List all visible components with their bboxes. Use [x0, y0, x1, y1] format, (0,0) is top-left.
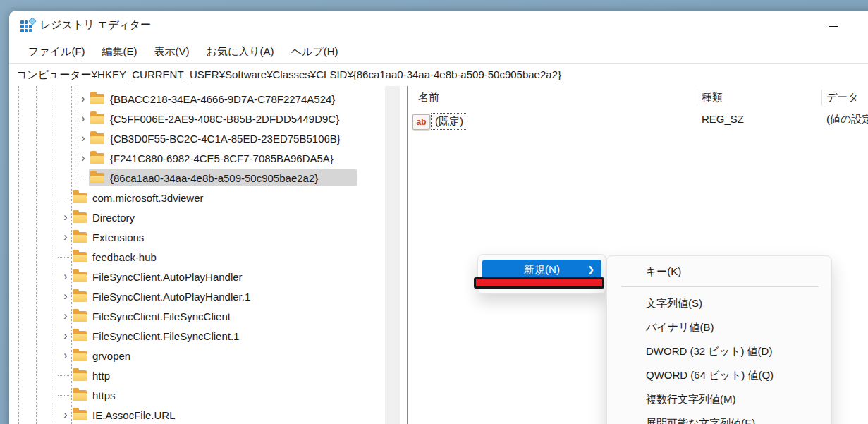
tree-item-label: Extensions	[92, 231, 144, 243]
folder-icon	[73, 351, 87, 361]
tree-item-body: grvopen	[71, 347, 135, 364]
tree-item-body: FileSyncClient.AutoPlayHandler.1	[71, 288, 255, 305]
tree-item-label: {86ca1aa0-34aa-4e8b-a509-50c905bae2a2}	[110, 172, 318, 184]
diamond-accent-icon	[28, 17, 36, 25]
tree-item-label: http	[92, 370, 110, 382]
folder-icon	[73, 193, 87, 203]
tree-item[interactable]: {86ca1aa0-34aa-4e8b-a509-50c905bae2a2}	[9, 168, 385, 188]
chevron-right-icon[interactable]: ›	[60, 346, 71, 365]
chevron-right-icon[interactable]: ›	[60, 405, 71, 424]
column-header-name[interactable]: 名前	[418, 86, 439, 109]
submenu-item-2[interactable]: バイナリ値(B)	[607, 315, 831, 339]
submenu-item-4[interactable]: QWORD (64 ビット) 値(Q)	[607, 363, 831, 387]
folder-icon	[73, 390, 87, 401]
chevron-right-icon[interactable]: ›	[60, 306, 71, 326]
menu-bar: ファイル(F)編集(E)表示(V)お気に入り(A)ヘルプ(H)	[9, 40, 868, 64]
chevron-right-icon[interactable]: ›	[78, 128, 89, 148]
tree-item[interactable]: ›Extensions	[9, 227, 385, 247]
address-bar[interactable]: コンピューター¥HKEY_CURRENT_USER¥Software¥Class…	[9, 64, 868, 87]
menu-item-4[interactable]: ヘルプ(H)	[283, 42, 347, 61]
chevron-right-icon[interactable]: ›	[78, 109, 89, 128]
chevron-right-icon[interactable]: ›	[60, 267, 71, 286]
value-row-default[interactable]: ab (既定) REG_SZ (値の設定なし)	[409, 111, 868, 133]
desktop: { "window": { "title": "レジストリ エディター", "c…	[0, 0, 868, 424]
menu-item-1[interactable]: 編集(E)	[94, 42, 146, 61]
context-menu-item-label: 新規(N)	[524, 263, 560, 277]
tree-item-body: feedback-hub	[71, 248, 161, 265]
submenu-item-6[interactable]: 展開可能な文字列値(E)	[607, 411, 831, 424]
tree-item-body: {F241C880-6982-4CE5-8CF7-7085BA96DA5A}	[89, 150, 338, 166]
chevron-right-icon[interactable]: ›	[78, 148, 89, 168]
value-data: (値の設定なし)	[826, 113, 868, 126]
tree-vertical-scrollbar[interactable]	[385, 86, 400, 424]
tree-item[interactable]: ›FileSyncClient.FileSyncClient.1	[9, 326, 385, 346]
chevron-right-icon[interactable]: ›	[60, 207, 71, 227]
folder-icon	[73, 331, 87, 341]
minimize-button[interactable]	[824, 18, 843, 35]
tree-item-label: Directory	[92, 212, 135, 224]
tree-item[interactable]: ›grvopen	[9, 346, 385, 365]
tree-item-label: https	[92, 389, 116, 401]
chevron-right-icon[interactable]: ›	[60, 286, 71, 306]
chevron-right-icon[interactable]: ›	[60, 227, 71, 247]
context-menu-item-new[interactable]: 新規(N) ❯	[482, 260, 601, 279]
submenu-item-5[interactable]: 複数行文字列値(M)	[607, 387, 831, 411]
tree-item[interactable]: feedback-hub	[9, 247, 385, 267]
menu-item-2[interactable]: 表示(V)	[146, 42, 198, 61]
menu-item-3[interactable]: お気に入り(A)	[198, 42, 283, 61]
tree-item-body: FileSyncClient.AutoPlayHandler	[71, 268, 247, 285]
menu-separator	[621, 286, 819, 287]
submenu-item-3[interactable]: DWORD (32 ビット) 値(D)	[607, 339, 831, 363]
submenu-item-1[interactable]: 文字列値(S)	[607, 291, 831, 315]
chevron-right-icon[interactable]: ›	[60, 326, 71, 346]
new-submenu: キー(K)文字列値(S)バイナリ値(B)DWORD (32 ビット) 値(D)Q…	[606, 255, 832, 424]
tree-connector-line	[58, 257, 69, 258]
tree-item[interactable]: ›{BBACC218-34EA-4666-9D7A-C78F2274A524}	[9, 89, 385, 109]
column-header-type[interactable]: 種類	[702, 86, 723, 109]
tree-item[interactable]: ›Directory	[9, 207, 385, 227]
tree-item-body: com.microsoft.3dviewer	[71, 189, 208, 206]
chevron-right-icon[interactable]: ›	[78, 89, 89, 109]
tree-item-body: Extensions	[71, 229, 148, 246]
tree-item[interactable]: https	[9, 385, 385, 405]
pane-splitter[interactable]	[400, 86, 409, 424]
tree-item-body: {C5FF006E-2AE9-408C-B85B-2DFDD5449D9C}	[89, 110, 343, 127]
folder-icon	[90, 173, 104, 183]
column-separator[interactable]	[697, 90, 697, 106]
address-path: コンピューター¥HKEY_CURRENT_USER¥Software¥Class…	[9, 68, 561, 82]
red-highlight-annotation	[474, 277, 604, 289]
folder-icon	[73, 410, 87, 420]
tree-item[interactable]: com.microsoft.3dviewer	[9, 188, 385, 207]
tree-item[interactable]: ›FileSyncClient.AutoPlayHandler	[9, 267, 385, 286]
registry-editor-window: レジストリ エディター ファイル(F)編集(E)表示(V)お気に入り(A)ヘルプ…	[9, 11, 868, 424]
submenu-item-0[interactable]: キー(K)	[607, 261, 831, 282]
tree-item-label: FileSyncClient.AutoPlayHandler.1	[92, 291, 250, 303]
folder-icon	[90, 94, 104, 104]
tree-item-label: feedback-hub	[92, 251, 157, 263]
content-area: ›{BBACC218-34EA-4666-9D7A-C78F2274A524}›…	[9, 86, 868, 424]
value-name: (既定)	[431, 113, 467, 130]
folder-icon	[90, 114, 104, 124]
tree-item[interactable]: http	[9, 365, 385, 385]
tree-item[interactable]: ›{CB3D0F55-BC2C-4C1A-85ED-23ED75B5106B}	[9, 128, 385, 148]
tree-item[interactable]: ›IE.AssocFile.URL	[9, 405, 385, 424]
tree-item-label: {F241C880-6982-4CE5-8CF7-7085BA96DA5A}	[110, 152, 334, 164]
tree-connector-line	[75, 178, 87, 178]
minimize-icon	[829, 26, 838, 27]
folder-icon	[73, 370, 87, 381]
tree-item[interactable]: ›{F241C880-6982-4CE5-8CF7-7085BA96DA5A}	[9, 148, 385, 168]
tree-item-body: {BBACC218-34EA-4666-9D7A-C78F2274A524}	[89, 90, 339, 107]
menu-item-0[interactable]: ファイル(F)	[20, 42, 94, 61]
column-header-data[interactable]: データ	[826, 86, 859, 109]
registry-tree: ›{BBACC218-34EA-4666-9D7A-C78F2274A524}›…	[9, 89, 385, 424]
folder-icon	[90, 153, 104, 164]
value-type: REG_SZ	[702, 113, 744, 125]
tree-item-body: Directory	[71, 209, 139, 226]
tree-item-label: grvopen	[92, 350, 130, 362]
tree-item[interactable]: ›FileSyncClient.AutoPlayHandler.1	[9, 286, 385, 306]
tree-item[interactable]: ›{C5FF006E-2AE9-408C-B85B-2DFDD5449D9C}	[9, 109, 385, 128]
tree-item[interactable]: ›FileSyncClient.FileSyncClient	[9, 306, 385, 326]
tree-item-label: FileSyncClient.AutoPlayHandler	[92, 271, 243, 283]
tree-item-label: {CB3D0F55-BC2C-4C1A-85ED-23ED75B5106B}	[110, 133, 341, 145]
column-separator[interactable]	[821, 90, 822, 106]
